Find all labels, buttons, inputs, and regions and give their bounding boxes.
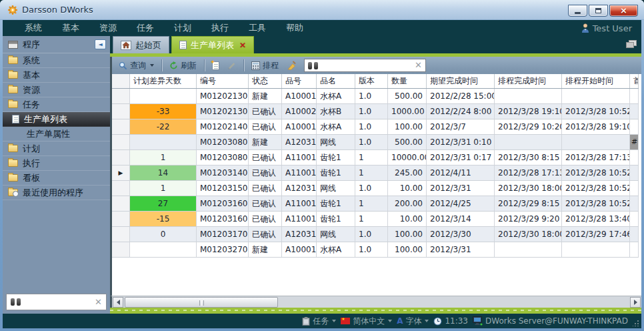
- grid-cell[interactable]: 新建: [249, 89, 282, 103]
- grid-cell[interactable]: 2012/3/14: [427, 212, 495, 226]
- grid-cell[interactable]: 200.00: [388, 196, 427, 211]
- grid-cell[interactable]: 水杯B: [317, 104, 355, 119]
- grid-cell[interactable]: A10001: [282, 242, 317, 257]
- grid-cell[interactable]: 1000.00: [388, 104, 427, 119]
- grid-cell[interactable]: 1: [355, 212, 388, 226]
- refresh-button[interactable]: 刷新: [167, 59, 199, 72]
- grid-cell[interactable]: 水杯A: [317, 242, 355, 257]
- grid-cell[interactable]: [130, 135, 197, 149]
- grid-cell[interactable]: 1: [130, 181, 197, 196]
- grid-cell[interactable]: M012030802: [197, 150, 249, 165]
- table-row[interactable]: M012032701新建A10001水杯A1.0100.002012/3/31: [112, 242, 639, 258]
- grid-cell[interactable]: A11001: [282, 166, 317, 180]
- row-selector[interactable]: [112, 135, 130, 149]
- grid-cell[interactable]: 2012/3/30 18:00: [495, 181, 562, 196]
- grid-cell[interactable]: M012021401: [197, 119, 249, 134]
- row-selector[interactable]: [112, 89, 130, 103]
- grid-cell[interactable]: 0: [130, 227, 197, 242]
- grid-cell[interactable]: M012032701: [197, 242, 249, 257]
- column-header[interactable]: 计划差异天数: [130, 74, 197, 88]
- column-header[interactable]: 品号: [282, 74, 317, 88]
- grid-cell[interactable]: 100.00: [388, 242, 427, 257]
- grid-cell[interactable]: 2012/3/30 8:15: [495, 150, 562, 165]
- status-language-menu[interactable]: 简体中文: [341, 316, 392, 327]
- row-selector[interactable]: [112, 196, 130, 211]
- row-selector[interactable]: [112, 119, 130, 134]
- sidebar-item-3[interactable]: 资源: [3, 83, 110, 97]
- restore-button[interactable]: [589, 5, 608, 17]
- grid-cell[interactable]: [630, 242, 639, 257]
- grid-cell[interactable]: 已确认: [249, 166, 282, 180]
- grid-cell[interactable]: 1: [355, 166, 388, 180]
- grid-cell[interactable]: 245.00: [388, 166, 427, 180]
- column-header[interactable]: 首: [630, 74, 639, 88]
- grid-cell[interactable]: A12031: [282, 181, 317, 196]
- table-row[interactable]: -15M012031602已确认A11001齿轮1110.002012/3/14…: [112, 212, 639, 227]
- schedule-button[interactable]: 排程: [249, 59, 281, 72]
- scroll-right-arrow-icon[interactable]: [630, 297, 641, 308]
- grid-cell[interactable]: 新建: [249, 242, 282, 257]
- grid-cell[interactable]: 已确认: [249, 150, 282, 165]
- grid-cell[interactable]: 已确认: [249, 227, 282, 242]
- grid-cell[interactable]: 2012/3/28 19:10: [495, 104, 562, 119]
- menu-item-2[interactable]: 基本: [52, 20, 89, 36]
- sidebar-search-input[interactable]: [24, 298, 91, 307]
- grid-cell[interactable]: M012021301: [197, 89, 249, 103]
- menu-item-1[interactable]: 系统: [15, 20, 52, 36]
- grid-cell[interactable]: [130, 242, 197, 257]
- grid-cell[interactable]: A11001: [282, 150, 317, 165]
- grid-cell[interactable]: 网线: [317, 135, 355, 149]
- grid-cell[interactable]: [495, 89, 562, 103]
- grid-cell[interactable]: 500.00: [388, 89, 427, 103]
- grid-cell[interactable]: #: [630, 135, 639, 149]
- column-header[interactable]: 排程开始时间: [562, 74, 630, 88]
- title-bar[interactable]: Darsson DWorks ×: [0, 0, 644, 20]
- sidebar-item-10[interactable]: 最近使用的程序: [3, 186, 110, 200]
- grid-cell[interactable]: 1: [355, 150, 388, 165]
- grid-cell[interactable]: 1.0: [355, 135, 388, 149]
- current-row-marker[interactable]: ▶: [112, 166, 130, 180]
- grid-cell[interactable]: 2012/3/7: [427, 119, 495, 134]
- grid-cell[interactable]: -22: [130, 119, 197, 134]
- menu-item-7[interactable]: 工具: [239, 20, 276, 36]
- grid-cell[interactable]: 1: [355, 196, 388, 211]
- grid-cell[interactable]: 2012/3/31: [427, 242, 495, 257]
- row-selector[interactable]: [112, 104, 130, 119]
- grid-cell[interactable]: 2012/3/29 8:15: [495, 196, 562, 211]
- grid-cell[interactable]: 已确认: [249, 196, 282, 211]
- grid-cell[interactable]: 2012/2/24 8:00: [427, 104, 495, 119]
- grid-cell[interactable]: M012031501: [197, 181, 249, 196]
- grid-cell[interactable]: A10002: [282, 104, 317, 119]
- column-header[interactable]: 数量: [388, 74, 427, 88]
- grid-cell[interactable]: [630, 119, 639, 134]
- grid-cell[interactable]: 2012/3/28 10:52: [562, 104, 630, 119]
- grid-cell[interactable]: A11001: [282, 212, 317, 226]
- scrollbar-thumb[interactable]: [125, 297, 278, 308]
- query-button[interactable]: 查询: [116, 59, 157, 72]
- grid-cell[interactable]: 2012/3/28 17:13: [495, 166, 562, 180]
- grid-cell[interactable]: A12031: [282, 227, 317, 242]
- table-row[interactable]: 1M012030802已确认A11001齿轮1110000.002012/3/3…: [112, 150, 639, 166]
- grid-cell[interactable]: 2012/3/31 0:17: [427, 150, 495, 165]
- resize-grip[interactable]: [633, 320, 639, 326]
- column-header[interactable]: 排程完成时间: [495, 74, 562, 88]
- grid-cell[interactable]: 已确认: [249, 181, 282, 196]
- column-header[interactable]: 编号: [197, 74, 249, 88]
- table-row[interactable]: M012030801新建A12031网线1.0500.002012/3/31 0…: [112, 135, 639, 150]
- tab-production-order-list[interactable]: 生产单列表 ✕: [171, 36, 254, 53]
- sidebar-item-1[interactable]: 系统: [3, 53, 110, 68]
- grid-cell[interactable]: 2012/3/29 10:20: [495, 119, 562, 134]
- grid-cell[interactable]: 2012/3/31: [427, 181, 495, 196]
- grid-cell[interactable]: -33: [130, 104, 197, 119]
- grid-cell[interactable]: M012021302: [197, 104, 249, 119]
- grid-cell[interactable]: 2012/3/28 13:40: [562, 212, 630, 226]
- table-row[interactable]: 1M012031501已确认A12031网线1.010.002012/3/312…: [112, 181, 639, 196]
- grid-cell[interactable]: [630, 227, 639, 242]
- grid-cell[interactable]: 1.0: [355, 89, 388, 103]
- table-row[interactable]: 27M012031601已确认A11001齿轮11200.002012/4/25…: [112, 196, 639, 212]
- row-selector[interactable]: [112, 150, 130, 165]
- grid-cell[interactable]: [630, 196, 639, 211]
- edit-button[interactable]: [225, 61, 239, 71]
- grid-cell[interactable]: A10001: [282, 89, 317, 103]
- grid-cell[interactable]: 2012/3/28 10:52: [562, 181, 630, 196]
